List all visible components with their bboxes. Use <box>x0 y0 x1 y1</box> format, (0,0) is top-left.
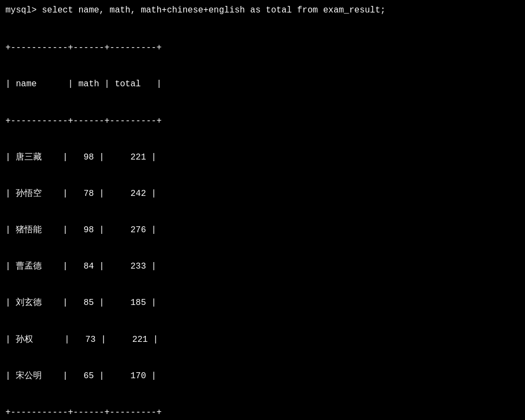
table-row-1-4: | 曹孟德 | 84 | 233 | <box>5 260 520 272</box>
table-border-top-1: +-----------+------+---------+ <box>5 42 520 54</box>
table-1: +-----------+------+---------+ | name | … <box>5 17 520 420</box>
table-row-1-5: | 刘玄德 | 85 | 185 | <box>5 297 520 309</box>
table-row-1-6: | 孙权 | 73 | 221 | <box>5 334 520 346</box>
table-header-1: | name | math | total | <box>5 78 520 90</box>
table-row-1-1: | 唐三藏 | 98 | 221 | <box>5 151 520 163</box>
table-row-1-2: | 孙悟空 | 78 | 242 | <box>5 188 520 200</box>
query-block-1: mysql> select name, math, math+chinese+e… <box>5 4 520 420</box>
table-border-mid-1: +-----------+------+---------+ <box>5 115 520 127</box>
table-border-bot-1: +-----------+------+---------+ <box>5 406 520 418</box>
table-row-1-3: | 猪悟能 | 98 | 276 | <box>5 224 520 236</box>
table-row-1-7: | 宋公明 | 65 | 170 | <box>5 370 520 382</box>
command-1: mysql> select name, math, math+chinese+e… <box>5 4 520 16</box>
terminal-window: mysql> select name, math, math+chinese+e… <box>5 4 520 420</box>
